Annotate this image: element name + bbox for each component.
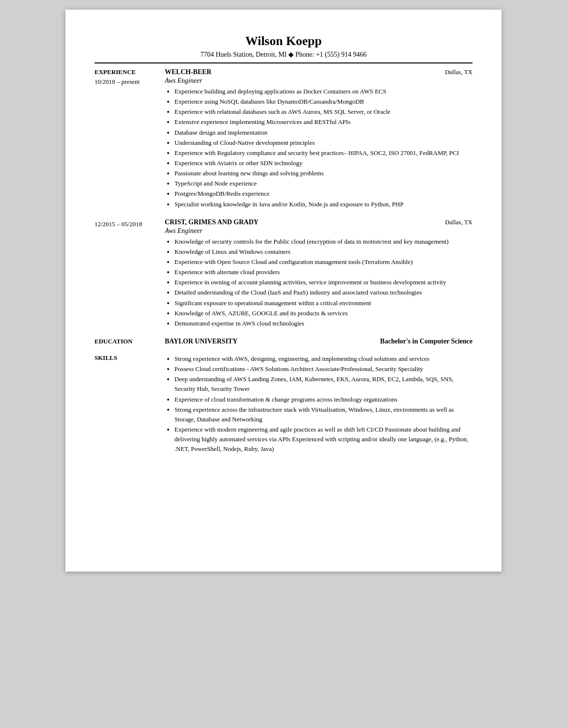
job1-bullets: Experience building and deploying applic…	[165, 87, 472, 209]
job1-date: 10/2018 – present	[94, 78, 165, 86]
job2-title: Aws Engineer	[165, 227, 472, 235]
job1-company: WELCH-BEER	[165, 68, 211, 76]
job1-header: WELCH-BEER Dallas, TX	[165, 68, 472, 76]
list-item: Knowledge of AWS, AZURE, GOOGLE and its …	[174, 309, 472, 318]
list-item: Postgres/MongoDB/Redis experience	[174, 189, 472, 199]
experience-label-col: EXPERIENCE 10/2018 – present	[94, 68, 165, 210]
job2-bullets: Knowledge of security controls for the P…	[165, 237, 472, 328]
job2-date: 12/2015 – 05/2018	[94, 220, 165, 228]
list-item: Experience with modern engineering and a…	[174, 425, 472, 454]
resume-page: Wilson Koepp 7704 Huels Station, Detroit…	[65, 10, 502, 572]
list-item: Possess Cloud certifications - AWS Solut…	[174, 364, 472, 374]
experience-content: WELCH-BEER Dallas, TX Aws Engineer Exper…	[165, 68, 472, 210]
job2-company: CRIST, GRIMES AND GRADY	[165, 218, 258, 226]
degree-name: Bachelor's in Computer Science	[380, 338, 472, 345]
list-item: Strong experience across the infrastruct…	[174, 405, 472, 424]
job2-content: CRIST, GRIMES AND GRADY Dallas, TX Aws E…	[165, 218, 472, 329]
job2-header: CRIST, GRIMES AND GRADY Dallas, TX	[165, 218, 472, 226]
job1-title: Aws Engineer	[165, 77, 472, 85]
header-divider	[94, 62, 472, 63]
list-item: Extensive experience implementing Micros…	[174, 117, 472, 127]
education-content: BAYLOR UNIVERSITY Bachelor's in Computer…	[165, 338, 472, 345]
university-name: BAYLOR UNIVERSITY	[165, 338, 237, 345]
skills-label-col: SKILLS	[94, 354, 165, 454]
skills-section: SKILLS Strong experience with AWS, desig…	[94, 354, 472, 454]
list-item: Detailed understanding of the Cloud (Iaa…	[174, 288, 472, 297]
list-item: Experience with alternate cloud provider…	[174, 267, 472, 277]
list-item: Demonstrated expertise in AWS cloud tech…	[174, 319, 472, 328]
job1-location: Dallas, TX	[445, 68, 472, 76]
experience-section-2: 12/2015 – 05/2018 CRIST, GRIMES AND GRAD…	[94, 218, 472, 329]
list-item: Specialist working knowledge in Java and…	[174, 200, 472, 209]
list-item: Passionate about learning new things and…	[174, 169, 472, 178]
list-item: Experience with Regulatory compliance an…	[174, 148, 472, 158]
list-item: Experience with Open Source Cloud and co…	[174, 257, 472, 267]
experience-section: EXPERIENCE 10/2018 – present WELCH-BEER …	[94, 68, 472, 210]
list-item: Experience with Aviatrix or other SDN te…	[174, 158, 472, 168]
list-item: Database design and implementation	[174, 128, 472, 138]
list-item: Experience in owning of account planning…	[174, 278, 472, 287]
education-row: BAYLOR UNIVERSITY Bachelor's in Computer…	[165, 338, 472, 345]
list-item: Deep understanding of AWS Landing Zones,…	[174, 374, 472, 394]
list-item: Experience with relational databases suc…	[174, 107, 472, 117]
list-item: Significant exposure to operational mana…	[174, 298, 472, 308]
list-item: Experience using NoSQL databases like Dy…	[174, 97, 472, 107]
skills-label: SKILLS	[94, 354, 165, 362]
education-label-col: EDUCATION	[94, 338, 165, 345]
list-item: Strong experience with AWS, designing, e…	[174, 354, 472, 364]
contact-info: 7704 Huels Station, Detroit, MI ◆ Phone:…	[94, 50, 472, 59]
education-label: EDUCATION	[94, 338, 165, 345]
list-item: Knowledge of security controls for the P…	[174, 237, 472, 247]
list-item: Experience building and deploying applic…	[174, 87, 472, 96]
skills-content: Strong experience with AWS, designing, e…	[165, 354, 472, 454]
resume-body: EXPERIENCE 10/2018 – present WELCH-BEER …	[94, 68, 472, 454]
list-item: Knowledge of Linux and Windows container…	[174, 247, 472, 257]
list-item: TypeScript and Node experience	[174, 179, 472, 188]
skills-bullets: Strong experience with AWS, designing, e…	[165, 354, 472, 454]
resume-header: Wilson Koepp 7704 Huels Station, Detroit…	[94, 34, 472, 59]
experience-label: EXPERIENCE	[94, 68, 165, 76]
job2-label-col: 12/2015 – 05/2018	[94, 218, 165, 329]
list-item: Experience of cloud transformation & cha…	[174, 395, 472, 404]
job2-location: Dallas, TX	[445, 218, 472, 226]
candidate-name: Wilson Koepp	[94, 34, 472, 48]
list-item: Understanding of Cloud-Native developmen…	[174, 138, 472, 148]
education-section: EDUCATION BAYLOR UNIVERSITY Bachelor's i…	[94, 338, 472, 345]
